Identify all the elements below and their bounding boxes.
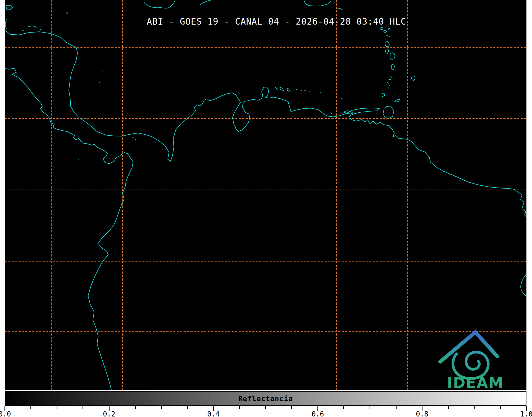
guadeloupe-island bbox=[385, 42, 389, 47]
colorbar-minor-tick bbox=[343, 406, 344, 409]
tobago-island bbox=[395, 99, 400, 102]
colorbar-minor-tick bbox=[83, 406, 83, 409]
caribbean-coastline bbox=[5, 30, 526, 217]
barbados-island bbox=[412, 76, 415, 80]
los-roques-dots bbox=[296, 89, 342, 99]
brazil-coast-arc bbox=[521, 274, 526, 296]
ideam-logo-text: IDEAM bbox=[447, 374, 504, 391]
logo-mountain-icon bbox=[440, 332, 497, 362]
yucatan-fragments bbox=[5, 5, 13, 34]
colorbar-minor-tick bbox=[448, 406, 449, 409]
roatan-island bbox=[22, 26, 41, 31]
colorbar-minor-tick bbox=[57, 406, 57, 409]
colorbar-minor-tick bbox=[30, 406, 31, 409]
grenadines-dots bbox=[388, 83, 390, 88]
antigua-islands bbox=[380, 28, 390, 36]
colorbar-minor-tick bbox=[239, 406, 240, 409]
colorbar-minor-tick bbox=[370, 406, 370, 409]
st-lucia-island bbox=[391, 65, 394, 70]
colorbar-label: Reflectancia bbox=[238, 395, 293, 403]
colorbar-minor-tick bbox=[265, 406, 266, 409]
colorbar-tick-label: 0.2 bbox=[103, 410, 115, 417]
ideam-logo bbox=[440, 332, 497, 379]
pacific-coastline bbox=[5, 68, 133, 390]
margarita-island bbox=[330, 111, 353, 114]
colorbar-tick-label: 0.6 bbox=[312, 410, 324, 417]
graticule-gridlines bbox=[5, 0, 526, 390]
trinidad-island bbox=[383, 107, 394, 118]
bonaire-island bbox=[287, 88, 290, 91]
coastline-layer bbox=[5, 0, 526, 390]
colorbar-tick-label: 0.8 bbox=[416, 410, 428, 417]
colorbar-minor-tick bbox=[396, 406, 397, 409]
colorbar-tick-label: 0.4 bbox=[207, 410, 220, 417]
colorbar-tick-label: 1.0 bbox=[520, 410, 532, 417]
vieques-island bbox=[337, 8, 342, 10]
colorbar-tick-label: 0.0 bbox=[0, 410, 11, 417]
colorbar-minor-tick bbox=[474, 406, 475, 409]
grenada-island bbox=[382, 93, 385, 97]
satellite-map-canvas: ABI - GOES 19 - CANAL 04 - 2026-04-28 03… bbox=[5, 0, 526, 390]
colorbar-minor-tick bbox=[187, 406, 188, 409]
satellite-product-figure: ABI - GOES 19 - CANAL 04 - 2026-04-28 03… bbox=[0, 0, 532, 417]
panama-offshore-dots bbox=[78, 137, 136, 159]
colorbar-minor-tick bbox=[135, 406, 136, 409]
curacao-island bbox=[280, 87, 284, 91]
martinique-island bbox=[390, 53, 395, 59]
puerto-rico-coast bbox=[304, 0, 331, 6]
aruba-island bbox=[275, 87, 277, 89]
colorbar-minor-tick bbox=[161, 406, 162, 409]
product-title: ABI - GOES 19 - CANAL 04 - 2026-04-28 03… bbox=[147, 16, 406, 27]
map-graphics bbox=[5, 0, 526, 390]
colorbar-minor-tick bbox=[500, 406, 501, 409]
st-vincent-island bbox=[389, 76, 391, 80]
dominica-island bbox=[385, 49, 389, 53]
island-fragment bbox=[200, 0, 212, 5]
hispaniola-coast bbox=[144, 1, 175, 8]
colorbar-minor-tick bbox=[291, 406, 292, 409]
